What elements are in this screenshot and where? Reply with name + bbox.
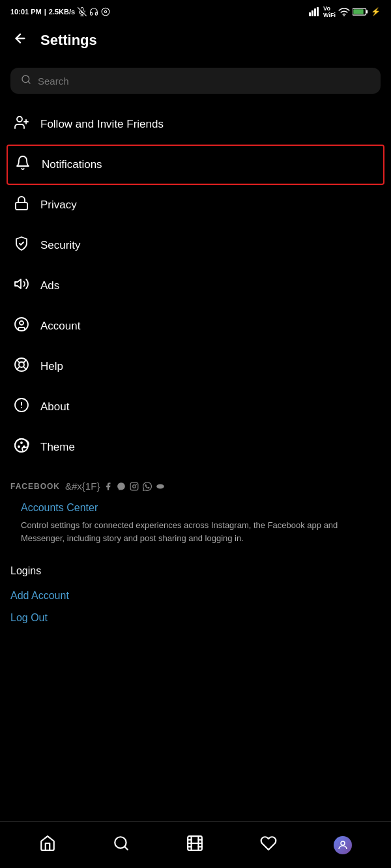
svg-rect-5 xyxy=(317,7,319,16)
vo-wifi-label: VoWiFi xyxy=(323,5,336,18)
headphones-icon xyxy=(89,7,98,16)
lock-icon xyxy=(13,195,30,215)
meta-icon xyxy=(156,482,165,491)
svg-point-34 xyxy=(133,484,136,488)
megaphone-icon xyxy=(13,276,30,296)
info-circle-icon xyxy=(13,397,30,417)
signal-icon xyxy=(309,7,321,16)
svg-rect-16 xyxy=(16,203,27,210)
follow-invite-label: Follow and Invite Friends xyxy=(40,118,164,131)
search-input[interactable] xyxy=(38,76,370,87)
settings-list: Follow and Invite Friends Notifications … xyxy=(0,104,391,468)
time: 10:01 PM xyxy=(10,8,42,16)
settings-item-theme[interactable]: Theme xyxy=(5,427,386,468)
settings-item-security[interactable]: Security xyxy=(5,225,386,266)
svg-point-30 xyxy=(18,446,20,447)
shield-icon xyxy=(13,236,30,255)
bell-icon xyxy=(14,155,31,175)
ads-label: Ads xyxy=(40,279,59,292)
account-label: Account xyxy=(40,320,80,333)
svg-rect-8 xyxy=(366,10,368,13)
svg-line-25 xyxy=(17,367,20,369)
svg-point-47 xyxy=(341,841,345,845)
accounts-center-link[interactable]: Accounts Center xyxy=(10,497,381,519)
facebook-section: FACEBOOK &#x{1F} xyxy=(0,468,391,560)
svg-point-18 xyxy=(20,321,23,325)
page-title: Settings xyxy=(40,32,97,49)
messenger-icon xyxy=(117,482,126,491)
status-bar-right: VoWiFi ⚡ xyxy=(309,5,381,18)
search-icon xyxy=(21,74,31,87)
status-bar: 10:01 PM | 2.5KB/s VoWiFi xyxy=(0,0,391,21)
help-label: Help xyxy=(40,360,63,373)
search-container xyxy=(0,63,391,104)
log-out-link[interactable]: Log Out xyxy=(10,607,381,629)
privacy-label: Privacy xyxy=(40,199,77,212)
settings-item-account[interactable]: Account xyxy=(5,306,386,346)
home-icon xyxy=(39,835,56,856)
svg-point-1 xyxy=(104,10,107,13)
settings-item-privacy[interactable]: Privacy xyxy=(5,185,386,225)
svg-rect-4 xyxy=(314,8,316,16)
settings-item-about[interactable]: About xyxy=(5,387,386,427)
nav-search[interactable] xyxy=(102,830,140,861)
instagram-icon xyxy=(130,482,139,491)
svg-rect-3 xyxy=(311,10,313,16)
content-area: Settings Follow and Invite xyxy=(0,21,391,686)
facebook-header: FACEBOOK &#x{1F} xyxy=(10,481,381,492)
heart-icon xyxy=(260,835,277,856)
header: Settings xyxy=(0,21,391,63)
status-bar-left: 10:01 PM | 2.5KB/s xyxy=(10,7,110,16)
facebook-label: FACEBOOK xyxy=(10,482,60,491)
nav-heart[interactable] xyxy=(250,830,287,861)
security-label: Security xyxy=(40,239,80,252)
svg-rect-33 xyxy=(131,483,139,490)
svg-line-38 xyxy=(124,847,128,850)
bolt-icon: ⚡ xyxy=(371,7,381,16)
lifebuoy-icon xyxy=(13,357,30,376)
network-speed-value: 2.5KB/s xyxy=(49,8,75,16)
nav-profile[interactable] xyxy=(323,831,362,860)
notifications-label: Notifications xyxy=(42,158,102,171)
nav-home[interactable] xyxy=(29,830,66,861)
reels-icon xyxy=(186,835,203,856)
settings-item-ads[interactable]: Ads xyxy=(5,266,386,306)
settings-item-follow-invite[interactable]: Follow and Invite Friends xyxy=(5,104,386,145)
whatsapp-icon xyxy=(143,482,152,491)
bottom-nav xyxy=(0,821,391,868)
search-bar[interactable] xyxy=(10,68,381,94)
svg-point-31 xyxy=(21,442,22,443)
theme-label: Theme xyxy=(40,441,75,454)
person-circle-icon xyxy=(13,316,30,336)
back-button[interactable] xyxy=(10,29,30,52)
svg-line-24 xyxy=(23,361,26,363)
svg-line-22 xyxy=(23,367,26,369)
svg-point-36 xyxy=(157,484,165,488)
search-nav-icon xyxy=(113,835,130,856)
logins-label: Logins xyxy=(10,565,381,577)
facebook-social-icons: &#x{1F} xyxy=(65,481,165,492)
svg-line-21 xyxy=(17,360,20,363)
svg-rect-2 xyxy=(309,12,311,16)
svg-rect-9 xyxy=(353,9,363,14)
add-account-link[interactable]: Add Account xyxy=(10,585,381,607)
svg-point-35 xyxy=(136,484,137,484)
facebook-icon: &#x{1F} xyxy=(65,481,100,492)
nav-reels[interactable] xyxy=(176,830,214,861)
fb-logo-icon xyxy=(104,482,113,491)
svg-line-12 xyxy=(28,81,30,83)
network-speed: | xyxy=(44,8,46,16)
settings-item-notifications[interactable]: Notifications xyxy=(7,145,384,185)
facebook-description: Control settings for connected experienc… xyxy=(10,519,381,555)
svg-point-6 xyxy=(343,16,345,16)
avatar xyxy=(334,836,352,854)
logins-section: Logins Add Account Log Out xyxy=(0,560,391,634)
battery-icon xyxy=(353,8,368,16)
svg-point-13 xyxy=(17,117,22,122)
camera-icon xyxy=(101,7,110,16)
person-add-icon xyxy=(13,115,30,134)
about-label: About xyxy=(40,400,69,413)
settings-item-help[interactable]: Help xyxy=(5,346,386,387)
wifi-icon xyxy=(338,7,350,16)
palette-icon xyxy=(13,438,30,457)
